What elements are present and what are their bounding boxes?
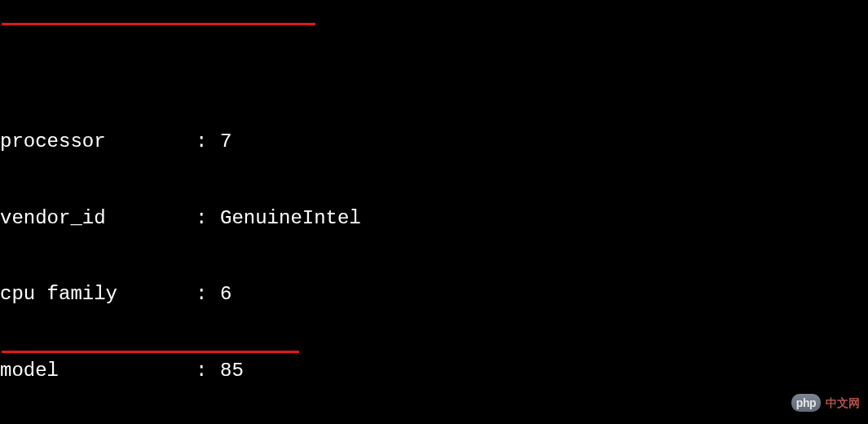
- cpuinfo-label: processor: [0, 129, 196, 154]
- terminal-output: processor : 7 vendor_id : GenuineIntel c…: [0, 2, 868, 424]
- cpuinfo-row: processor : 7: [0, 129, 868, 154]
- cpuinfo-row: vendor_id : GenuineIntel: [0, 205, 868, 231]
- watermark-text: 中文网: [826, 395, 860, 410]
- highlight-underline-processor: [2, 23, 315, 25]
- cpuinfo-value: 6: [220, 281, 868, 307]
- cpuinfo-colon: :: [196, 205, 220, 231]
- highlight-underline-cpucores: [2, 351, 299, 353]
- cpuinfo-value: GenuineIntel: [220, 205, 868, 231]
- cpuinfo-colon: :: [196, 281, 220, 307]
- watermark-logo: php: [791, 394, 821, 412]
- cpuinfo-label: vendor_id: [0, 205, 196, 231]
- watermark: php 中文网: [791, 394, 860, 412]
- cpuinfo-row: model : 85: [0, 358, 868, 383]
- cpuinfo-colon: :: [196, 129, 220, 154]
- cpuinfo-value: 85: [220, 358, 868, 383]
- cpuinfo-colon: :: [196, 358, 220, 383]
- cpuinfo-row: cpu family : 6: [0, 281, 868, 307]
- cpuinfo-value: 7: [220, 129, 868, 154]
- cpuinfo-label: cpu family: [0, 281, 196, 307]
- cpuinfo-label: model: [0, 358, 196, 383]
